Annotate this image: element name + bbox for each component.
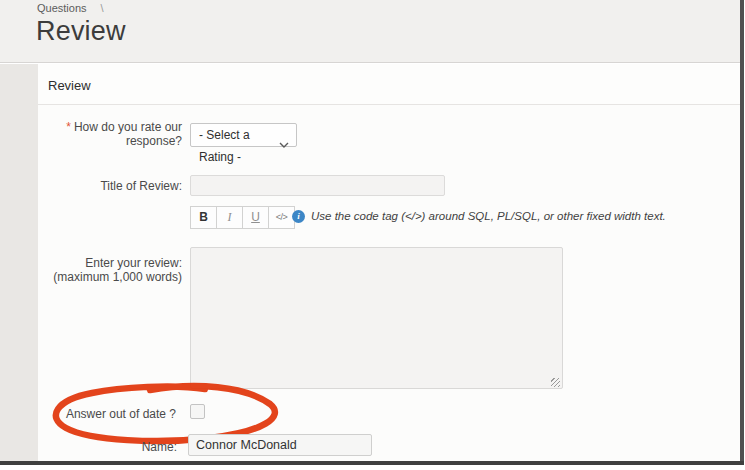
- rating-label: *How do you rate our response?: [50, 120, 182, 148]
- breadcrumb-item-questions[interactable]: Questions: [37, 2, 87, 14]
- screen: Questions\ Review Review *How do you rat…: [0, 0, 745, 470]
- name-input[interactable]: [188, 434, 372, 456]
- left-gutter: [0, 64, 38, 461]
- review-title-label: Title of Review:: [50, 179, 182, 193]
- panel-title: Review: [48, 78, 91, 93]
- underline-button-label: U: [251, 210, 260, 224]
- editor-hint-text: Use the code tag (</>) around SQL, PL/SQ…: [311, 210, 666, 222]
- answer-out-of-date-checkbox[interactable]: [190, 404, 205, 419]
- panel-header: Review: [38, 64, 741, 105]
- review-title-input[interactable]: [190, 175, 445, 196]
- info-icon: i: [292, 210, 305, 223]
- answer-out-of-date-label: Answer out of date ?: [40, 407, 176, 421]
- top-header: Questions\ Review: [0, 0, 741, 63]
- editor-toolbar: B I U </>: [190, 206, 295, 229]
- rating-label-line2: response?: [126, 134, 182, 148]
- code-tag-button[interactable]: </>: [268, 206, 295, 229]
- textarea-resize-handle-icon[interactable]: [551, 378, 560, 387]
- bold-button[interactable]: B: [190, 206, 217, 229]
- italic-button[interactable]: I: [216, 206, 243, 229]
- screenshot-bottom-border: [0, 461, 744, 465]
- rating-label-line1: How do you rate our: [74, 120, 182, 134]
- review-body-textarea[interactable]: [190, 247, 563, 389]
- required-marker: *: [66, 120, 71, 134]
- review-body-label-line2: (maximum 1,000 words): [53, 270, 182, 284]
- screenshot-right-border: [740, 0, 744, 465]
- breadcrumb: Questions\: [37, 2, 104, 14]
- rating-select[interactable]: - Select a Rating -: [190, 123, 297, 147]
- underline-button[interactable]: U: [242, 206, 269, 229]
- review-body-label-line1: Enter your review:: [85, 256, 182, 270]
- chevron-down-icon: [279, 133, 289, 155]
- review-body-label: Enter your review: (maximum 1,000 words): [40, 256, 182, 284]
- page-title: Review: [36, 16, 126, 47]
- breadcrumb-separator: \: [101, 2, 104, 14]
- name-label: Name:: [40, 440, 177, 454]
